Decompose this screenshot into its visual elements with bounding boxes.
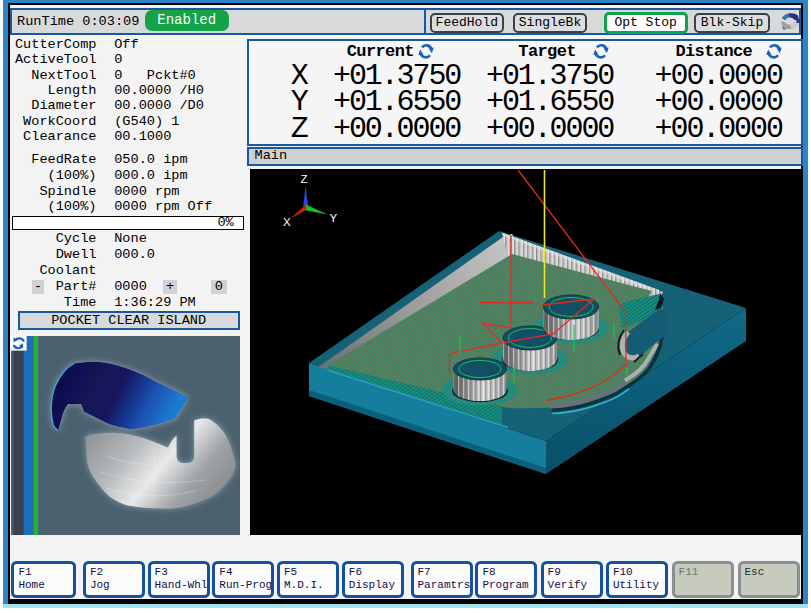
svg-text:X: X: [283, 215, 291, 227]
svg-text:Z: Z: [300, 173, 307, 185]
svg-text:Y: Y: [329, 212, 337, 224]
